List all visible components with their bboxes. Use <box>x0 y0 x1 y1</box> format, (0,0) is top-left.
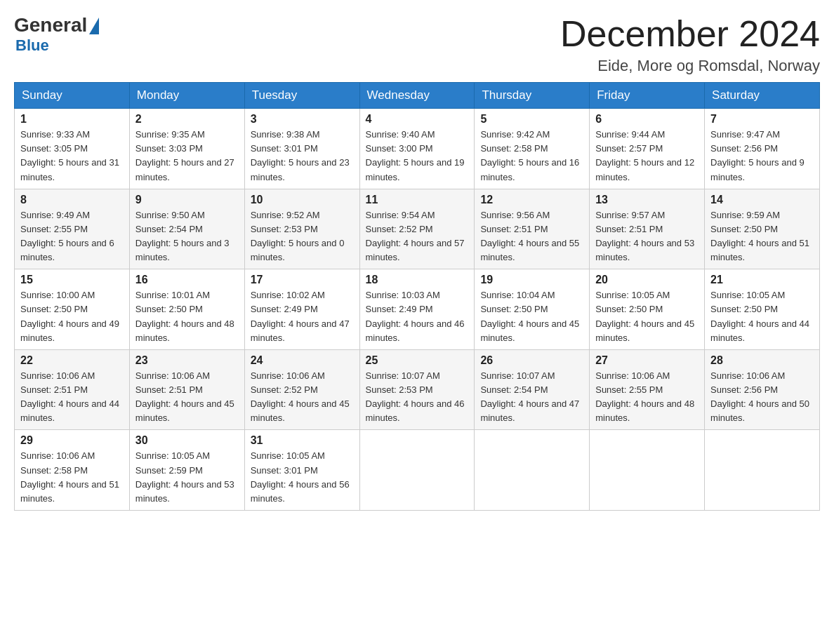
table-row: 22 Sunrise: 10:06 AM Sunset: 2:51 PM Day… <box>15 349 130 430</box>
table-row: 18 Sunrise: 10:03 AM Sunset: 2:49 PM Day… <box>359 269 475 350</box>
logo-general-text: General <box>14 14 87 36</box>
table-row: 12 Sunrise: 9:56 AM Sunset: 2:51 PM Dayl… <box>475 189 590 269</box>
day-number: 3 <box>251 113 354 126</box>
month-title: December 2024 <box>560 14 820 54</box>
day-number: 29 <box>20 434 124 447</box>
day-info: Sunrise: 9:38 AM Sunset: 3:01 PM Dayligh… <box>251 128 354 185</box>
table-row: 28 Sunrise: 10:06 AM Sunset: 2:56 PM Day… <box>705 349 820 430</box>
table-row: 7 Sunrise: 9:47 AM Sunset: 2:56 PM Dayli… <box>705 109 820 189</box>
day-info: Sunrise: 9:49 AM Sunset: 2:55 PM Dayligh… <box>20 208 124 265</box>
day-info: Sunrise: 10:06 AM Sunset: 2:51 PM Daylig… <box>20 369 124 426</box>
table-row: 13 Sunrise: 9:57 AM Sunset: 2:51 PM Dayl… <box>590 189 705 269</box>
day-info: Sunrise: 9:52 AM Sunset: 2:53 PM Dayligh… <box>251 208 354 265</box>
table-row <box>359 430 475 511</box>
day-info: Sunrise: 10:05 AM Sunset: 2:50 PM Daylig… <box>595 288 699 345</box>
day-info: Sunrise: 10:06 AM Sunset: 2:56 PM Daylig… <box>710 369 814 426</box>
day-number: 28 <box>710 354 814 367</box>
day-number: 19 <box>480 274 583 286</box>
table-row: 14 Sunrise: 9:59 AM Sunset: 2:50 PM Dayl… <box>705 189 820 269</box>
table-row: 8 Sunrise: 9:49 AM Sunset: 2:55 PM Dayli… <box>15 189 130 269</box>
table-row: 3 Sunrise: 9:38 AM Sunset: 3:01 PM Dayli… <box>244 109 359 189</box>
day-info: Sunrise: 10:06 AM Sunset: 2:51 PM Daylig… <box>135 369 239 426</box>
logo: General Blue <box>14 14 99 55</box>
day-info: Sunrise: 9:57 AM Sunset: 2:51 PM Dayligh… <box>595 208 699 265</box>
day-number: 7 <box>710 113 814 126</box>
table-row: 9 Sunrise: 9:50 AM Sunset: 2:54 PM Dayli… <box>129 189 244 269</box>
col-tuesday: Tuesday <box>244 83 359 109</box>
day-info: Sunrise: 9:35 AM Sunset: 3:03 PM Dayligh… <box>135 128 239 185</box>
col-saturday: Saturday <box>705 83 820 109</box>
table-row: 11 Sunrise: 9:54 AM Sunset: 2:52 PM Dayl… <box>359 189 475 269</box>
calendar-week-row: 15 Sunrise: 10:00 AM Sunset: 2:50 PM Day… <box>15 269 820 350</box>
day-info: Sunrise: 10:05 AM Sunset: 2:59 PM Daylig… <box>135 449 239 506</box>
day-number: 25 <box>366 354 469 367</box>
day-info: Sunrise: 9:59 AM Sunset: 2:50 PM Dayligh… <box>710 208 814 265</box>
col-thursday: Thursday <box>475 83 590 109</box>
table-row: 23 Sunrise: 10:06 AM Sunset: 2:51 PM Day… <box>129 349 244 430</box>
calendar-week-row: 22 Sunrise: 10:06 AM Sunset: 2:51 PM Day… <box>15 349 820 430</box>
day-info: Sunrise: 10:05 AM Sunset: 3:01 PM Daylig… <box>251 449 354 506</box>
day-info: Sunrise: 9:50 AM Sunset: 2:54 PM Dayligh… <box>135 208 239 265</box>
day-number: 10 <box>251 194 354 206</box>
day-number: 2 <box>135 113 239 126</box>
col-sunday: Sunday <box>15 83 130 109</box>
day-info: Sunrise: 10:02 AM Sunset: 2:49 PM Daylig… <box>251 288 354 345</box>
day-number: 8 <box>20 194 124 206</box>
day-number: 4 <box>366 113 469 126</box>
calendar-header-row: Sunday Monday Tuesday Wednesday Thursday… <box>15 83 820 109</box>
day-number: 21 <box>710 274 814 286</box>
day-number: 16 <box>135 274 239 286</box>
calendar-week-row: 1 Sunrise: 9:33 AM Sunset: 3:05 PM Dayli… <box>15 109 820 189</box>
day-number: 22 <box>20 354 124 367</box>
day-number: 13 <box>595 194 699 206</box>
col-monday: Monday <box>129 83 244 109</box>
table-row: 25 Sunrise: 10:07 AM Sunset: 2:53 PM Day… <box>359 349 475 430</box>
table-row: 1 Sunrise: 9:33 AM Sunset: 3:05 PM Dayli… <box>15 109 130 189</box>
table-row: 17 Sunrise: 10:02 AM Sunset: 2:49 PM Day… <box>244 269 359 350</box>
day-info: Sunrise: 10:00 AM Sunset: 2:50 PM Daylig… <box>20 288 124 345</box>
day-info: Sunrise: 9:54 AM Sunset: 2:52 PM Dayligh… <box>366 208 469 265</box>
table-row: 27 Sunrise: 10:06 AM Sunset: 2:55 PM Day… <box>590 349 705 430</box>
page-header: General Blue December 2024 Eide, More og… <box>14 14 820 75</box>
title-section: December 2024 Eide, More og Romsdal, Nor… <box>560 14 820 75</box>
day-info: Sunrise: 10:07 AM Sunset: 2:54 PM Daylig… <box>480 369 583 426</box>
day-number: 1 <box>20 113 124 126</box>
day-number: 24 <box>251 354 354 367</box>
day-info: Sunrise: 10:04 AM Sunset: 2:50 PM Daylig… <box>480 288 583 345</box>
day-number: 18 <box>366 274 469 286</box>
logo-blue-text: Blue <box>15 36 49 55</box>
calendar-week-row: 29 Sunrise: 10:06 AM Sunset: 2:58 PM Day… <box>15 430 820 511</box>
day-number: 15 <box>20 274 124 286</box>
table-row <box>705 430 820 511</box>
table-row: 2 Sunrise: 9:35 AM Sunset: 3:03 PM Dayli… <box>129 109 244 189</box>
day-info: Sunrise: 10:06 AM Sunset: 2:52 PM Daylig… <box>251 369 354 426</box>
day-info: Sunrise: 9:42 AM Sunset: 2:58 PM Dayligh… <box>480 128 583 185</box>
day-info: Sunrise: 10:06 AM Sunset: 2:58 PM Daylig… <box>20 449 124 506</box>
table-row: 29 Sunrise: 10:06 AM Sunset: 2:58 PM Day… <box>15 430 130 511</box>
day-number: 14 <box>710 194 814 206</box>
day-number: 31 <box>251 434 354 447</box>
table-row: 15 Sunrise: 10:00 AM Sunset: 2:50 PM Day… <box>15 269 130 350</box>
table-row: 30 Sunrise: 10:05 AM Sunset: 2:59 PM Day… <box>129 430 244 511</box>
table-row: 26 Sunrise: 10:07 AM Sunset: 2:54 PM Day… <box>475 349 590 430</box>
table-row: 6 Sunrise: 9:44 AM Sunset: 2:57 PM Dayli… <box>590 109 705 189</box>
day-info: Sunrise: 10:07 AM Sunset: 2:53 PM Daylig… <box>366 369 469 426</box>
table-row: 5 Sunrise: 9:42 AM Sunset: 2:58 PM Dayli… <box>475 109 590 189</box>
day-info: Sunrise: 9:40 AM Sunset: 3:00 PM Dayligh… <box>366 128 469 185</box>
day-number: 23 <box>135 354 239 367</box>
day-number: 27 <box>595 354 699 367</box>
day-info: Sunrise: 10:03 AM Sunset: 2:49 PM Daylig… <box>366 288 469 345</box>
table-row: 24 Sunrise: 10:06 AM Sunset: 2:52 PM Day… <box>244 349 359 430</box>
day-number: 5 <box>480 113 583 126</box>
day-info: Sunrise: 10:06 AM Sunset: 2:55 PM Daylig… <box>595 369 699 426</box>
day-info: Sunrise: 9:33 AM Sunset: 3:05 PM Dayligh… <box>20 128 124 185</box>
col-wednesday: Wednesday <box>359 83 475 109</box>
day-number: 6 <box>595 113 699 126</box>
table-row: 21 Sunrise: 10:05 AM Sunset: 2:50 PM Day… <box>705 269 820 350</box>
table-row: 31 Sunrise: 10:05 AM Sunset: 3:01 PM Day… <box>244 430 359 511</box>
day-info: Sunrise: 10:05 AM Sunset: 2:50 PM Daylig… <box>710 288 814 345</box>
table-row: 16 Sunrise: 10:01 AM Sunset: 2:50 PM Day… <box>129 269 244 350</box>
location-subtitle: Eide, More og Romsdal, Norway <box>560 57 820 75</box>
day-number: 30 <box>135 434 239 447</box>
day-info: Sunrise: 9:56 AM Sunset: 2:51 PM Dayligh… <box>480 208 583 265</box>
